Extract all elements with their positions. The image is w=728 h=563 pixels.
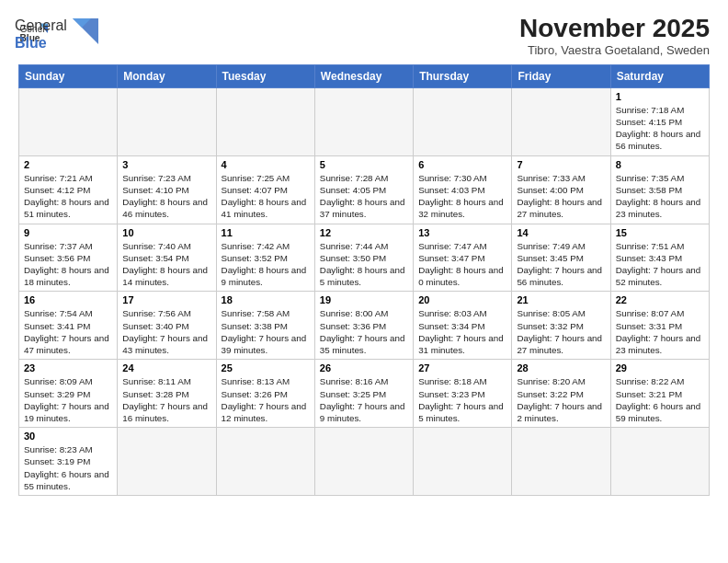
calendar-day-cell: 7Sunrise: 7:33 AM Sunset: 4:00 PM Daylig… <box>512 155 610 224</box>
day-number: 25 <box>222 362 310 373</box>
day-number: 11 <box>222 227 310 238</box>
calendar-day-cell: 28Sunrise: 8:20 AM Sunset: 3:22 PM Dayli… <box>512 360 610 428</box>
weekday-header-tuesday: Tuesday <box>216 64 314 87</box>
calendar-day-cell: 24Sunrise: 8:11 AM Sunset: 3:28 PM Dayli… <box>118 360 216 428</box>
day-number: 8 <box>616 159 704 170</box>
calendar-day-cell: 8Sunrise: 7:35 AM Sunset: 3:58 PM Daylig… <box>610 155 709 224</box>
calendar-day-cell: 29Sunrise: 8:22 AM Sunset: 3:21 PM Dayli… <box>610 360 709 428</box>
calendar-day-cell <box>118 428 216 496</box>
day-info: Sunrise: 7:44 AM Sunset: 3:50 PM Dayligh… <box>320 240 408 289</box>
day-number: 20 <box>418 294 506 305</box>
calendar-table: SundayMondayTuesdayWednesdayThursdayFrid… <box>18 64 710 496</box>
calendar-day-cell: 2Sunrise: 7:21 AM Sunset: 4:12 PM Daylig… <box>19 155 118 224</box>
calendar-day-cell: 25Sunrise: 8:13 AM Sunset: 3:26 PM Dayli… <box>216 360 314 428</box>
calendar-day-cell <box>216 428 314 496</box>
calendar-day-cell <box>118 87 216 155</box>
calendar-day-cell: 9Sunrise: 7:37 AM Sunset: 3:56 PM Daylig… <box>19 224 118 292</box>
calendar-day-cell: 4Sunrise: 7:25 AM Sunset: 4:07 PM Daylig… <box>216 155 314 224</box>
month-title: November 2025 <box>519 15 710 43</box>
logo-general: General <box>15 17 67 34</box>
calendar-week-row: 2Sunrise: 7:21 AM Sunset: 4:12 PM Daylig… <box>19 155 710 224</box>
calendar-day-cell <box>414 428 512 496</box>
logo-triangle-icon <box>73 18 98 44</box>
day-info: Sunrise: 8:03 AM Sunset: 3:34 PM Dayligh… <box>418 307 506 356</box>
calendar-day-cell: 19Sunrise: 8:00 AM Sunset: 3:36 PM Dayli… <box>314 292 413 360</box>
header: General Blue General Blue General Blue N… <box>18 15 710 57</box>
calendar-day-cell: 27Sunrise: 8:18 AM Sunset: 3:23 PM Dayli… <box>414 360 512 428</box>
day-info: Sunrise: 7:40 AM Sunset: 3:54 PM Dayligh… <box>122 240 210 289</box>
day-info: Sunrise: 7:47 AM Sunset: 3:47 PM Dayligh… <box>418 240 506 289</box>
day-number: 23 <box>24 362 112 373</box>
day-info: Sunrise: 7:23 AM Sunset: 4:10 PM Dayligh… <box>122 172 210 221</box>
day-info: Sunrise: 7:54 AM Sunset: 3:41 PM Dayligh… <box>24 307 112 356</box>
day-info: Sunrise: 7:51 AM Sunset: 3:43 PM Dayligh… <box>616 240 704 289</box>
calendar-day-cell <box>314 87 413 155</box>
day-info: Sunrise: 8:07 AM Sunset: 3:31 PM Dayligh… <box>616 307 704 356</box>
calendar-day-cell: 11Sunrise: 7:42 AM Sunset: 3:52 PM Dayli… <box>216 224 314 292</box>
day-info: Sunrise: 7:21 AM Sunset: 4:12 PM Dayligh… <box>24 172 112 221</box>
day-number: 9 <box>24 227 112 238</box>
day-info: Sunrise: 7:33 AM Sunset: 4:00 PM Dayligh… <box>517 172 605 221</box>
day-info: Sunrise: 7:30 AM Sunset: 4:03 PM Dayligh… <box>418 172 506 221</box>
logo: General Blue General Blue General Blue <box>18 15 98 52</box>
day-info: Sunrise: 7:25 AM Sunset: 4:07 PM Dayligh… <box>222 172 310 221</box>
day-info: Sunrise: 7:49 AM Sunset: 3:45 PM Dayligh… <box>517 240 605 289</box>
day-info: Sunrise: 8:23 AM Sunset: 3:19 PM Dayligh… <box>24 443 112 492</box>
day-info: Sunrise: 7:37 AM Sunset: 3:56 PM Dayligh… <box>24 240 112 289</box>
day-number: 13 <box>418 227 506 238</box>
calendar-day-cell: 3Sunrise: 7:23 AM Sunset: 4:10 PM Daylig… <box>118 155 216 224</box>
day-number: 1 <box>616 91 704 102</box>
day-number: 29 <box>616 362 704 373</box>
day-info: Sunrise: 7:58 AM Sunset: 3:38 PM Dayligh… <box>222 307 310 356</box>
day-number: 10 <box>122 227 210 238</box>
day-number: 15 <box>616 227 704 238</box>
day-number: 22 <box>616 294 704 305</box>
day-number: 12 <box>320 227 408 238</box>
calendar-day-cell: 13Sunrise: 7:47 AM Sunset: 3:47 PM Dayli… <box>414 224 512 292</box>
calendar-day-cell <box>512 428 610 496</box>
day-info: Sunrise: 8:13 AM Sunset: 3:26 PM Dayligh… <box>222 375 310 424</box>
weekday-header-wednesday: Wednesday <box>314 64 413 87</box>
calendar-day-cell <box>216 87 314 155</box>
day-number: 2 <box>24 159 112 170</box>
page: General Blue General Blue General Blue N… <box>0 0 728 505</box>
day-number: 26 <box>320 362 408 373</box>
calendar-week-row: 23Sunrise: 8:09 AM Sunset: 3:29 PM Dayli… <box>19 360 710 428</box>
day-number: 19 <box>320 294 408 305</box>
day-info: Sunrise: 8:20 AM Sunset: 3:22 PM Dayligh… <box>517 375 605 424</box>
day-info: Sunrise: 8:05 AM Sunset: 3:32 PM Dayligh… <box>517 307 605 356</box>
calendar-day-cell: 6Sunrise: 7:30 AM Sunset: 4:03 PM Daylig… <box>414 155 512 224</box>
calendar-day-cell <box>512 87 610 155</box>
calendar-day-cell <box>414 87 512 155</box>
day-info: Sunrise: 8:16 AM Sunset: 3:25 PM Dayligh… <box>320 375 408 424</box>
day-info: Sunrise: 7:35 AM Sunset: 3:58 PM Dayligh… <box>616 172 704 221</box>
day-number: 17 <box>122 294 210 305</box>
calendar-week-row: 16Sunrise: 7:54 AM Sunset: 3:41 PM Dayli… <box>19 292 710 360</box>
day-number: 14 <box>517 227 605 238</box>
calendar-week-row: 9Sunrise: 7:37 AM Sunset: 3:56 PM Daylig… <box>19 224 710 292</box>
day-info: Sunrise: 8:00 AM Sunset: 3:36 PM Dayligh… <box>320 307 408 356</box>
weekday-header-monday: Monday <box>118 64 216 87</box>
calendar-day-cell: 10Sunrise: 7:40 AM Sunset: 3:54 PM Dayli… <box>118 224 216 292</box>
day-number: 4 <box>222 159 310 170</box>
calendar-day-cell: 30Sunrise: 8:23 AM Sunset: 3:19 PM Dayli… <box>19 428 118 496</box>
day-info: Sunrise: 8:22 AM Sunset: 3:21 PM Dayligh… <box>616 375 704 424</box>
calendar-week-row: 1Sunrise: 7:18 AM Sunset: 4:15 PM Daylig… <box>19 87 710 155</box>
day-number: 27 <box>418 362 506 373</box>
day-number: 21 <box>517 294 605 305</box>
calendar-day-cell: 21Sunrise: 8:05 AM Sunset: 3:32 PM Dayli… <box>512 292 610 360</box>
calendar-week-row: 30Sunrise: 8:23 AM Sunset: 3:19 PM Dayli… <box>19 428 710 496</box>
day-number: 5 <box>320 159 408 170</box>
calendar-day-cell: 14Sunrise: 7:49 AM Sunset: 3:45 PM Dayli… <box>512 224 610 292</box>
weekday-header-thursday: Thursday <box>414 64 512 87</box>
day-info: Sunrise: 7:18 AM Sunset: 4:15 PM Dayligh… <box>616 104 704 153</box>
logo-blue: Blue <box>15 34 67 52</box>
calendar-day-cell <box>19 87 118 155</box>
location: Tibro, Vaestra Goetaland, Sweden <box>519 43 710 57</box>
calendar-day-cell: 5Sunrise: 7:28 AM Sunset: 4:05 PM Daylig… <box>314 155 413 224</box>
day-number: 7 <box>517 159 605 170</box>
title-area: November 2025 Tibro, Vaestra Goetaland, … <box>519 15 710 57</box>
calendar-day-cell <box>314 428 413 496</box>
calendar-day-cell: 12Sunrise: 7:44 AM Sunset: 3:50 PM Dayli… <box>314 224 413 292</box>
day-number: 24 <box>122 362 210 373</box>
